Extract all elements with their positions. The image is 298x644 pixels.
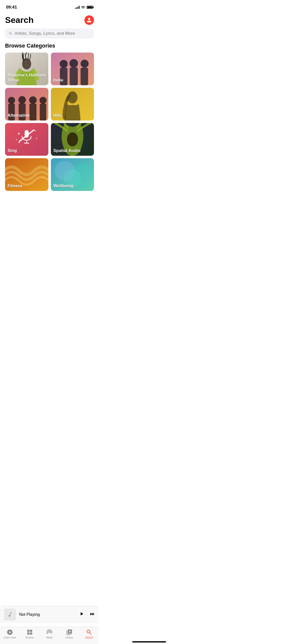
category-wellbeing[interactable]: Wellbeing bbox=[51, 158, 94, 191]
page-title: Search bbox=[5, 15, 34, 25]
svg-point-14 bbox=[29, 96, 37, 104]
category-label-wellbeing: Wellbeing bbox=[53, 183, 74, 188]
category-hits[interactable]: Hits bbox=[51, 88, 94, 120]
browse-categories-title: Browse Categories bbox=[0, 43, 99, 53]
category-spatial[interactable]: Spatial Audio bbox=[51, 123, 94, 156]
svg-point-12 bbox=[18, 96, 26, 104]
wifi-icon bbox=[81, 6, 85, 9]
category-fitness[interactable]: Fitness bbox=[5, 158, 48, 191]
signal-bars-icon bbox=[75, 6, 80, 9]
svg-rect-8 bbox=[80, 68, 88, 85]
category-label-indie: Indie bbox=[53, 78, 63, 83]
search-bar-container bbox=[0, 27, 99, 43]
category-alternative[interactable]: Alternative bbox=[5, 88, 48, 120]
svg-text:✦: ✦ bbox=[15, 138, 17, 141]
category-sing[interactable]: ✦ ✦ ✦ ✦ Sing bbox=[5, 123, 48, 156]
search-bar[interactable] bbox=[5, 28, 94, 38]
status-bar: 09:41 bbox=[0, 0, 99, 13]
category-label-sing: Sing bbox=[8, 148, 17, 153]
header: Search bbox=[0, 13, 99, 27]
category-label-alternative: Alternative bbox=[8, 113, 30, 118]
categories-grid: Rihanna's Halftime Show In bbox=[0, 53, 99, 191]
svg-rect-6 bbox=[70, 67, 78, 85]
svg-rect-15 bbox=[29, 104, 37, 120]
person-icon bbox=[86, 17, 92, 23]
svg-text:✦: ✦ bbox=[36, 137, 38, 140]
account-button[interactable] bbox=[84, 15, 94, 25]
category-label-spatial: Spatial Audio bbox=[53, 148, 81, 153]
svg-point-3 bbox=[59, 60, 68, 68]
search-icon bbox=[9, 31, 13, 35]
svg-point-31 bbox=[67, 132, 78, 146]
status-time: 09:41 bbox=[6, 5, 17, 10]
svg-point-7 bbox=[80, 60, 88, 68]
category-label-fitness: Fitness bbox=[8, 183, 23, 188]
search-input[interactable] bbox=[15, 31, 90, 36]
svg-point-5 bbox=[69, 59, 78, 68]
category-indie[interactable]: Indie bbox=[51, 53, 94, 85]
svg-text:✦: ✦ bbox=[17, 132, 20, 136]
svg-point-16 bbox=[40, 97, 47, 104]
category-label-hits: Hits bbox=[53, 113, 61, 118]
category-label-halftime: Rihanna's Halftime Show bbox=[8, 73, 48, 83]
category-halftime[interactable]: Rihanna's Halftime Show bbox=[5, 53, 48, 85]
status-icons bbox=[75, 6, 93, 9]
battery-icon bbox=[87, 6, 93, 9]
content-area: Search Browse Categories bbox=[0, 13, 99, 231]
svg-point-10 bbox=[8, 97, 15, 104]
svg-rect-17 bbox=[40, 104, 46, 120]
